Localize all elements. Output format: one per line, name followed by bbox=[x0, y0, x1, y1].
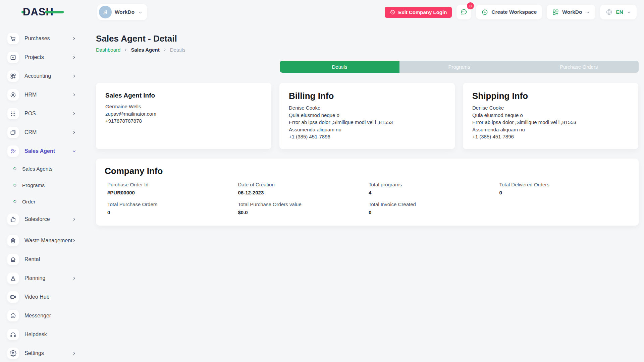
chevron-right-icon bbox=[124, 48, 127, 52]
chevron-right-icon bbox=[72, 37, 76, 41]
tab-purchase-orders[interactable]: Purchase Orders bbox=[519, 61, 639, 73]
info-line: zupav@mailinator.com bbox=[105, 110, 262, 118]
info-line: Quia eiusmod neque o bbox=[472, 112, 629, 119]
chevron-right-icon bbox=[72, 217, 76, 221]
workspace-name: WorkDo bbox=[115, 9, 135, 15]
sidebar-item-video-hub[interactable]: Video Hub bbox=[0, 288, 87, 306]
card-lines: Denise CookeQuia eiusmod neque oError ab… bbox=[472, 104, 629, 140]
sidebar: Purchases Projects Accounting HRM POS CR… bbox=[0, 24, 87, 362]
sidebar-item-rental[interactable]: Rental bbox=[0, 250, 87, 269]
logo-accent-bar bbox=[45, 11, 64, 13]
info-line: Assumenda aliquam nu bbox=[472, 126, 629, 133]
globe-icon bbox=[605, 8, 613, 16]
sidebar-item-hrm[interactable]: HRM bbox=[0, 85, 87, 104]
sidebar-item-salesforce[interactable]: Salesforce bbox=[0, 210, 87, 229]
card-title: Sales Agent Info bbox=[105, 92, 262, 99]
tab-details[interactable]: Details bbox=[280, 61, 399, 73]
ban-icon bbox=[390, 9, 395, 15]
trash-icon bbox=[7, 235, 19, 246]
breadcrumb-item-dashboard[interactable]: Dashboard bbox=[96, 47, 120, 53]
breadcrumb-item-details: Details bbox=[170, 47, 185, 53]
tab-programs[interactable]: Programs bbox=[399, 61, 519, 73]
sidebar-item-projects[interactable]: Projects bbox=[0, 48, 87, 67]
info-line: Assumenda aliquam nu bbox=[289, 126, 445, 133]
card-title: Shipping Info bbox=[472, 91, 629, 101]
company-field-total-purchase-orders: Total Purchase Orders 0 bbox=[107, 201, 238, 216]
thumbs-up-icon bbox=[7, 214, 19, 225]
chevron-down-icon bbox=[627, 10, 631, 14]
sidebar-nav: Purchases Projects Accounting HRM POS CR… bbox=[0, 29, 87, 362]
sidebar-item-waste-management[interactable]: Waste Management bbox=[0, 231, 87, 250]
sidebar-subitem-order[interactable]: Order bbox=[0, 193, 87, 210]
chevron-right-icon bbox=[72, 276, 76, 280]
breadcrumb-item-sales-agent[interactable]: Sales Agent bbox=[131, 47, 159, 53]
layout-plus-icon bbox=[7, 70, 19, 82]
chevron-down-icon bbox=[138, 10, 143, 14]
field-value: #PUR00000 bbox=[107, 189, 238, 196]
sidebar-item-pos[interactable]: POS bbox=[0, 104, 87, 123]
company-field-total-programs: Total programs 4 bbox=[369, 181, 499, 196]
field-value: 4 bbox=[369, 189, 499, 196]
field-label: Total programs bbox=[369, 181, 499, 188]
sidebar-item-settings[interactable]: Settings bbox=[0, 344, 87, 362]
exit-company-login-button[interactable]: Exit Company Login bbox=[385, 7, 452, 18]
sidebar-item-sales-agent[interactable]: Sales Agent bbox=[0, 142, 87, 161]
workspace-switcher[interactable]: WorkDo bbox=[97, 4, 147, 20]
breadcrumb: DashboardSales AgentDetails bbox=[96, 47, 639, 53]
sidebar-item-crm[interactable]: CRM bbox=[0, 123, 87, 142]
field-label: Total Purchase Orders bbox=[107, 201, 238, 208]
home-icon bbox=[7, 254, 19, 265]
headphones-icon bbox=[7, 329, 19, 340]
company-info-card: Company Info Purchase Order Id #PUR00000… bbox=[96, 159, 639, 226]
field-value: 0 bbox=[369, 209, 499, 216]
field-value: $0.0 bbox=[238, 209, 369, 216]
bullet-icon bbox=[13, 183, 17, 187]
info-line: +1 (385) 451-7896 bbox=[472, 133, 629, 140]
workspace-avatar bbox=[99, 6, 112, 18]
message-icon bbox=[7, 310, 19, 321]
chevron-right-icon bbox=[72, 239, 76, 243]
info-line: Quia eiusmod neque o bbox=[289, 112, 445, 119]
user-check-icon bbox=[7, 145, 19, 157]
chevron-right-icon bbox=[72, 93, 76, 97]
notification-badge: 0 bbox=[467, 2, 474, 9]
card-title: Billing Info bbox=[289, 91, 445, 101]
info-cards-row: Sales Agent Info Germaine Wellszupav@mai… bbox=[96, 83, 639, 149]
sidebar-item-purchases[interactable]: Purchases bbox=[0, 29, 87, 48]
field-label: Purchase Order Id bbox=[107, 181, 238, 188]
app-logo[interactable]: DASH bbox=[23, 6, 64, 18]
messages-button[interactable]: 0 bbox=[457, 5, 471, 19]
sales-agent-info-card: Sales Agent Info Germaine Wellszupav@mai… bbox=[96, 83, 271, 149]
chevron-right-icon bbox=[72, 351, 76, 355]
company-info-grid: Purchase Order Id #PUR00000 Date of Crea… bbox=[105, 181, 630, 216]
sidebar-subitem-sales-agents[interactable]: Sales Agents bbox=[0, 161, 87, 177]
shipping-info-card: Shipping Info Denise CookeQuia eiusmod n… bbox=[463, 83, 638, 149]
sidebar-subitem-programs[interactable]: Programs bbox=[0, 177, 87, 193]
sidebar-item-accounting[interactable]: Accounting bbox=[0, 67, 87, 85]
card-lines: Germaine Wellszupav@mailinator.com+91787… bbox=[105, 103, 262, 125]
field-value: 0 bbox=[499, 189, 630, 196]
grid-plus-icon bbox=[552, 9, 559, 16]
gear-icon bbox=[7, 348, 19, 359]
sidebar-item-helpdesk[interactable]: Helpdesk bbox=[0, 325, 87, 344]
billing-info-card: Billing Info Denise CookeQuia eiusmod ne… bbox=[279, 83, 455, 149]
frame-icon bbox=[7, 127, 19, 138]
field-label: Total Invoice Created bbox=[369, 201, 499, 208]
bullet-icon bbox=[13, 167, 17, 171]
create-workspace-button[interactable]: Create Workspace bbox=[476, 5, 542, 19]
company-field-purchase-order-id: Purchase Order Id #PUR00000 bbox=[107, 181, 238, 196]
field-value: 0 bbox=[107, 209, 238, 216]
workdo-menu-button[interactable]: WorkDo bbox=[547, 5, 595, 19]
sidebar-item-messenger[interactable]: Messenger bbox=[0, 306, 87, 325]
video-icon bbox=[7, 291, 19, 303]
language-selector[interactable]: EN bbox=[600, 5, 637, 19]
chat-icon bbox=[460, 8, 468, 16]
field-label: Total Purchase Orders value bbox=[238, 201, 369, 208]
cart-icon bbox=[7, 33, 19, 44]
chevron-down-icon bbox=[72, 149, 76, 153]
field-label: Date of Creation bbox=[238, 181, 369, 188]
chevron-right-icon bbox=[72, 130, 76, 134]
sidebar-item-planning[interactable]: Planning bbox=[0, 269, 87, 288]
field-label: Total Delivered Orders bbox=[499, 181, 630, 188]
page-title: Sales Agent - Detail bbox=[96, 34, 639, 44]
